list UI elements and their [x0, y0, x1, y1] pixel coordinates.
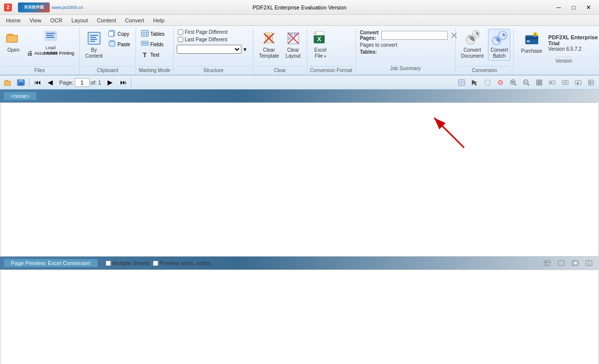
- title-bar: 2 河东软件园 www.pc0359.cn PDF2XL Enterprise …: [0, 0, 599, 15]
- toolbar-select-button[interactable]: [481, 77, 493, 88]
- toolbar-save-button[interactable]: [15, 77, 27, 88]
- version-text: Version 6.5.7.2: [548, 46, 599, 52]
- svg-rect-81: [589, 80, 594, 85]
- minimize-button[interactable]: ─: [552, 2, 565, 12]
- svg-rect-9: [90, 35, 98, 36]
- load-layout-icon: [44, 30, 58, 44]
- menu-content[interactable]: Content: [93, 16, 120, 24]
- tables-label: Tables: [150, 31, 165, 37]
- menu-layout[interactable]: Layout: [67, 16, 92, 24]
- toolbar: ⏮ ◀ Page: of: 1 ▶ ⏭: [0, 76, 599, 90]
- paste-label: Paste: [118, 42, 130, 47]
- svg-rect-14: [109, 31, 114, 36]
- clear-layout-icon: [285, 30, 301, 46]
- toolbar-adjust-2[interactable]: [559, 77, 571, 88]
- open-button[interactable]: Open: [3, 29, 24, 55]
- convert-document-button[interactable]: ConvertDocument: [459, 29, 486, 61]
- toolbar-adjust-1[interactable]: [546, 77, 558, 88]
- toolbar-zoom-out-button[interactable]: [520, 77, 532, 88]
- svg-rect-5: [46, 33, 55, 34]
- toolbar-page-last[interactable]: ⏭: [117, 77, 129, 88]
- conversion-format-label: Conversion Format: [310, 66, 353, 75]
- svg-point-43: [473, 30, 480, 38]
- svg-rect-16: [109, 41, 115, 46]
- menu-ocr[interactable]: OCR: [46, 16, 66, 24]
- clear-template-button[interactable]: ClearTemplate: [256, 29, 282, 61]
- toolbar-fit-button[interactable]: [533, 77, 545, 88]
- multiple-sheets-checkbox[interactable]: [106, 261, 111, 266]
- page-nav: Page: of: 1: [59, 78, 101, 87]
- menu-help[interactable]: Help: [149, 16, 169, 24]
- marking-mode-label: Marking Mode: [139, 66, 170, 75]
- preview-btn-3[interactable]: [569, 258, 581, 268]
- svg-rect-84: [590, 80, 591, 85]
- expand-icon: ▼: [242, 47, 247, 52]
- excel-file-button[interactable]: X ExcelFile ▾: [310, 29, 331, 61]
- last-page-checkbox[interactable]: [178, 37, 183, 42]
- excel-label: ExcelFile ▾: [314, 47, 326, 59]
- svg-rect-22: [141, 41, 148, 43]
- first-page-different-check[interactable]: First Page Different: [177, 29, 229, 35]
- ribbon-group-files: Open LoadLayout 🖨 Ac: [0, 28, 80, 75]
- preview-right-controls: [541, 258, 595, 268]
- copy-button[interactable]: Copy: [106, 29, 132, 39]
- title-bar-left: 2 河东软件园 www.pc0359.cn: [4, 2, 83, 12]
- purchase-button[interactable]: $ Purchase: [519, 30, 544, 56]
- tables-label: Tables:: [360, 49, 377, 55]
- text-icon: T: [141, 51, 149, 59]
- filename-bar: <none>: [0, 90, 599, 102]
- menu-convert[interactable]: Convert: [121, 16, 148, 24]
- svg-rect-11: [90, 39, 97, 40]
- preview-btn-2[interactable]: [555, 258, 567, 268]
- toolbar-view-1[interactable]: [456, 77, 468, 88]
- window-controls: ─ □ ✕: [552, 2, 595, 12]
- svg-rect-6: [46, 35, 53, 36]
- main-content-area: [0, 102, 599, 257]
- toolbar-settings-button[interactable]: [585, 77, 597, 88]
- preview-btn-1[interactable]: [541, 258, 553, 268]
- svg-marker-3: [6, 34, 13, 35]
- page-input[interactable]: [75, 78, 90, 87]
- toolbar-cursor-button[interactable]: [469, 77, 480, 88]
- last-page-different-check[interactable]: Last Page Different: [177, 36, 228, 43]
- structure-dropdown[interactable]: [177, 45, 241, 54]
- accumulate-printing-button[interactable]: 🖨 Accumulate Printing: [25, 48, 76, 58]
- text-button[interactable]: T Text: [139, 50, 167, 60]
- load-layout-button[interactable]: LoadLayout: [25, 29, 76, 48]
- menu-view[interactable]: View: [25, 16, 45, 24]
- watermark-logo: 河东软件园: [18, 2, 50, 12]
- toolbar-export-button[interactable]: [572, 77, 584, 88]
- preview-sizes-checkbox[interactable]: [153, 261, 158, 266]
- toolbar-clear-x-button[interactable]: [494, 77, 506, 88]
- svg-rect-7: [46, 37, 54, 38]
- ribbon-group-version: $ Purchase PDF2XL Enterprise Trial Versi…: [514, 28, 599, 75]
- filename-tab: <none>: [4, 92, 36, 100]
- menu-home[interactable]: Home: [2, 16, 24, 24]
- toolbar-open-button[interactable]: [2, 77, 14, 88]
- fields-button[interactable]: Fields: [139, 39, 167, 49]
- by-content-button[interactable]: ByContent: [83, 29, 105, 61]
- tables-button[interactable]: Tables: [139, 29, 167, 39]
- convert-batch-button[interactable]: ConvertBatch: [488, 29, 510, 61]
- paste-button[interactable]: Paste: [106, 39, 132, 49]
- preview-btn-4[interactable]: [583, 258, 595, 268]
- clear-layout-button[interactable]: ClearLayout: [283, 29, 304, 61]
- multiple-sheets-check[interactable]: Multiple Sheets: [106, 260, 150, 266]
- convert-document-label: ConvertDocument: [461, 47, 484, 59]
- svg-rect-46: [525, 35, 538, 44]
- toolbar-page-first[interactable]: ⏮: [31, 77, 43, 88]
- ribbon-group-clear: ClearTemplate ClearLayout Clear: [253, 28, 307, 75]
- toolbar-page-prev[interactable]: ◀: [44, 77, 56, 88]
- preview-sizes-check[interactable]: Preview sizes, colors: [153, 260, 211, 266]
- svg-rect-25: [267, 35, 271, 36]
- tables-icon: [141, 30, 149, 38]
- toolbar-zoom-in-button[interactable]: [507, 77, 519, 88]
- toolbar-page-next[interactable]: ▶: [104, 77, 116, 88]
- first-page-checkbox[interactable]: [178, 29, 183, 35]
- multiple-sheets-label: Multiple Sheets: [113, 260, 150, 266]
- convert-pages-input[interactable]: [381, 31, 448, 40]
- close-button[interactable]: ✕: [582, 2, 595, 12]
- menu-bar: Home View OCR Layout Content Convert Hel…: [0, 15, 599, 26]
- svg-text:X: X: [317, 36, 321, 43]
- maximize-button[interactable]: □: [567, 2, 580, 12]
